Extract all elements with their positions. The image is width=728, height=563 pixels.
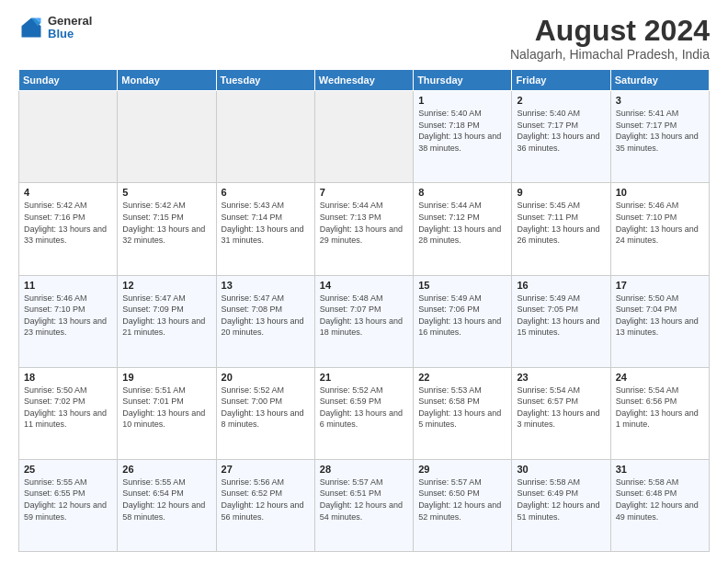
day-number: 16 xyxy=(517,280,605,291)
col-tuesday: Tuesday xyxy=(216,70,314,91)
calendar-header: Sunday Monday Tuesday Wednesday Thursday… xyxy=(19,70,710,91)
day-cell: 5Sunrise: 5:42 AMSunset: 7:15 PMDaylight… xyxy=(118,183,216,275)
week-row-0: 1Sunrise: 5:40 AMSunset: 7:18 PMDaylight… xyxy=(19,91,710,183)
col-friday: Friday xyxy=(512,70,610,91)
day-number: 12 xyxy=(122,280,210,291)
day-info: Sunrise: 5:46 AMSunset: 7:10 PMDaylight:… xyxy=(616,200,704,246)
day-info: Sunrise: 5:52 AMSunset: 6:59 PMDaylight:… xyxy=(320,385,408,431)
col-thursday: Thursday xyxy=(414,70,512,91)
day-number: 28 xyxy=(320,464,408,475)
col-monday: Monday xyxy=(118,70,216,91)
day-number: 31 xyxy=(616,464,704,475)
day-number: 24 xyxy=(616,372,704,383)
location: Nalagarh, Himachal Pradesh, India xyxy=(510,47,710,62)
day-number: 29 xyxy=(418,464,506,475)
day-number: 9 xyxy=(517,187,605,198)
logo-general-text: General xyxy=(48,15,92,28)
day-number: 19 xyxy=(122,372,210,383)
day-cell: 25Sunrise: 5:55 AMSunset: 6:55 PMDayligh… xyxy=(19,459,118,551)
day-number: 14 xyxy=(320,280,408,291)
month-year: August 2024 xyxy=(510,15,710,47)
day-number: 6 xyxy=(222,187,310,198)
day-info: Sunrise: 5:50 AMSunset: 7:02 PMDaylight:… xyxy=(24,385,112,431)
day-info: Sunrise: 5:47 AMSunset: 7:09 PMDaylight:… xyxy=(122,293,210,339)
logo-blue-text: Blue xyxy=(48,28,92,40)
day-number: 27 xyxy=(222,464,310,475)
day-cell: 8Sunrise: 5:44 AMSunset: 7:12 PMDaylight… xyxy=(414,183,512,275)
day-cell: 4Sunrise: 5:42 AMSunset: 7:16 PMDaylight… xyxy=(19,183,118,275)
day-info: Sunrise: 5:56 AMSunset: 6:52 PMDaylight:… xyxy=(222,477,310,523)
day-cell xyxy=(19,91,118,183)
day-info: Sunrise: 5:48 AMSunset: 7:07 PMDaylight:… xyxy=(320,293,408,339)
day-cell: 28Sunrise: 5:57 AMSunset: 6:51 PMDayligh… xyxy=(314,459,413,551)
day-info: Sunrise: 5:57 AMSunset: 6:50 PMDaylight:… xyxy=(418,477,506,523)
calendar: Sunday Monday Tuesday Wednesday Thursday… xyxy=(18,69,710,552)
day-number: 30 xyxy=(517,464,605,475)
day-cell: 14Sunrise: 5:48 AMSunset: 7:07 PMDayligh… xyxy=(314,275,413,367)
day-info: Sunrise: 5:58 AMSunset: 6:48 PMDaylight:… xyxy=(616,477,704,523)
day-cell: 2Sunrise: 5:40 AMSunset: 7:17 PMDaylight… xyxy=(512,91,610,183)
day-cell xyxy=(314,91,413,183)
day-info: Sunrise: 5:51 AMSunset: 7:01 PMDaylight:… xyxy=(122,385,210,431)
day-cell: 12Sunrise: 5:47 AMSunset: 7:09 PMDayligh… xyxy=(118,275,216,367)
day-cell xyxy=(118,91,216,183)
day-cell: 31Sunrise: 5:58 AMSunset: 6:48 PMDayligh… xyxy=(610,459,709,551)
day-cell: 29Sunrise: 5:57 AMSunset: 6:50 PMDayligh… xyxy=(414,459,512,551)
day-number: 26 xyxy=(122,464,210,475)
day-cell: 7Sunrise: 5:44 AMSunset: 7:13 PMDaylight… xyxy=(314,183,413,275)
day-info: Sunrise: 5:44 AMSunset: 7:12 PMDaylight:… xyxy=(418,200,506,246)
day-info: Sunrise: 5:49 AMSunset: 7:05 PMDaylight:… xyxy=(517,293,605,339)
day-info: Sunrise: 5:54 AMSunset: 6:56 PMDaylight:… xyxy=(616,385,704,431)
logo-text: General Blue xyxy=(48,15,92,41)
day-number: 18 xyxy=(24,372,112,383)
day-info: Sunrise: 5:40 AMSunset: 7:18 PMDaylight:… xyxy=(418,108,506,154)
day-info: Sunrise: 5:40 AMSunset: 7:17 PMDaylight:… xyxy=(517,108,605,154)
day-cell: 21Sunrise: 5:52 AMSunset: 6:59 PMDayligh… xyxy=(314,367,413,459)
day-info: Sunrise: 5:55 AMSunset: 6:55 PMDaylight:… xyxy=(24,477,112,523)
day-cell: 3Sunrise: 5:41 AMSunset: 7:17 PMDaylight… xyxy=(610,91,709,183)
day-info: Sunrise: 5:42 AMSunset: 7:16 PMDaylight:… xyxy=(24,200,112,246)
day-number: 11 xyxy=(24,280,112,291)
day-info: Sunrise: 5:46 AMSunset: 7:10 PMDaylight:… xyxy=(24,293,112,339)
day-cell: 1Sunrise: 5:40 AMSunset: 7:18 PMDaylight… xyxy=(414,91,512,183)
title-section: August 2024 Nalagarh, Himachal Pradesh, … xyxy=(510,15,710,62)
day-info: Sunrise: 5:58 AMSunset: 6:49 PMDaylight:… xyxy=(517,477,605,523)
day-info: Sunrise: 5:44 AMSunset: 7:13 PMDaylight:… xyxy=(320,200,408,246)
col-saturday: Saturday xyxy=(610,70,709,91)
col-wednesday: Wednesday xyxy=(314,70,413,91)
day-number: 3 xyxy=(616,95,704,106)
day-number: 10 xyxy=(616,187,704,198)
day-info: Sunrise: 5:45 AMSunset: 7:11 PMDaylight:… xyxy=(517,200,605,246)
calendar-body: 1Sunrise: 5:40 AMSunset: 7:18 PMDaylight… xyxy=(19,91,710,552)
day-info: Sunrise: 5:52 AMSunset: 7:00 PMDaylight:… xyxy=(222,385,310,431)
day-cell: 6Sunrise: 5:43 AMSunset: 7:14 PMDaylight… xyxy=(216,183,314,275)
day-info: Sunrise: 5:47 AMSunset: 7:08 PMDaylight:… xyxy=(222,293,310,339)
day-number: 23 xyxy=(517,372,605,383)
col-sunday: Sunday xyxy=(19,70,118,91)
day-number: 15 xyxy=(418,280,506,291)
day-info: Sunrise: 5:53 AMSunset: 6:58 PMDaylight:… xyxy=(418,385,506,431)
day-cell: 24Sunrise: 5:54 AMSunset: 6:56 PMDayligh… xyxy=(610,367,709,459)
day-number: 8 xyxy=(418,187,506,198)
day-number: 25 xyxy=(24,464,112,475)
day-cell: 18Sunrise: 5:50 AMSunset: 7:02 PMDayligh… xyxy=(19,367,118,459)
day-info: Sunrise: 5:43 AMSunset: 7:14 PMDaylight:… xyxy=(222,200,310,246)
page: General Blue August 2024 Nalagarh, Himac… xyxy=(0,0,728,563)
day-cell: 30Sunrise: 5:58 AMSunset: 6:49 PMDayligh… xyxy=(512,459,610,551)
day-number: 4 xyxy=(24,187,112,198)
day-number: 13 xyxy=(222,280,310,291)
day-cell: 19Sunrise: 5:51 AMSunset: 7:01 PMDayligh… xyxy=(118,367,216,459)
day-number: 1 xyxy=(418,95,506,106)
calendar-table: Sunday Monday Tuesday Wednesday Thursday… xyxy=(18,69,710,552)
day-info: Sunrise: 5:49 AMSunset: 7:06 PMDaylight:… xyxy=(418,293,506,339)
day-info: Sunrise: 5:42 AMSunset: 7:15 PMDaylight:… xyxy=(122,200,210,246)
day-cell: 13Sunrise: 5:47 AMSunset: 7:08 PMDayligh… xyxy=(216,275,314,367)
day-cell: 22Sunrise: 5:53 AMSunset: 6:58 PMDayligh… xyxy=(414,367,512,459)
day-info: Sunrise: 5:50 AMSunset: 7:04 PMDaylight:… xyxy=(616,293,704,339)
day-number: 7 xyxy=(320,187,408,198)
day-number: 5 xyxy=(122,187,210,198)
day-info: Sunrise: 5:55 AMSunset: 6:54 PMDaylight:… xyxy=(122,477,210,523)
week-row-1: 4Sunrise: 5:42 AMSunset: 7:16 PMDaylight… xyxy=(19,183,710,275)
day-cell: 27Sunrise: 5:56 AMSunset: 6:52 PMDayligh… xyxy=(216,459,314,551)
day-cell xyxy=(216,91,314,183)
